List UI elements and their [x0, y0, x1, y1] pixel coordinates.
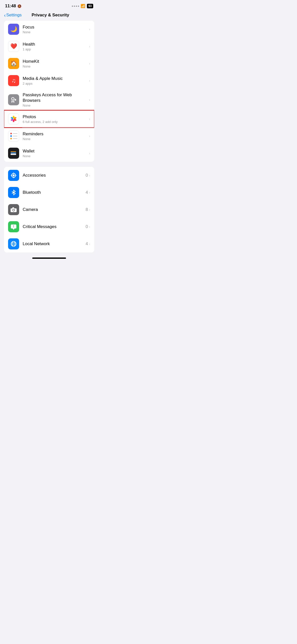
section-1: 🌙 Focus None › ❤️ Health 1 app › 🏠 HomeK…	[4, 21, 94, 162]
list-item-bluetooth[interactable]: Bluetooth 4 ›	[4, 184, 94, 201]
list-item-critical-messages[interactable]: ! Critical Messages 0 ›	[4, 218, 94, 235]
reminders-right: ›	[89, 134, 90, 138]
homekit-title: HomeKit	[23, 59, 89, 64]
list-item-accessories[interactable]: Accessories 0 ›	[4, 167, 94, 184]
focus-right: ›	[89, 27, 90, 31]
list-item-health[interactable]: ❤️ Health 1 app ›	[4, 38, 94, 55]
accessories-count: 0	[86, 173, 88, 178]
bluetooth-icon	[8, 187, 19, 198]
homekit-subtitle: None	[23, 65, 89, 68]
status-time: 11:48	[5, 4, 16, 9]
list-item-local-network[interactable]: Local Network 4 ›	[4, 235, 94, 252]
homekit-icon: 🏠	[8, 58, 19, 69]
svg-marker-19	[13, 229, 15, 230]
photos-icon	[8, 113, 19, 124]
silent-icon: 🔕	[17, 4, 21, 8]
camera-text: Camera	[23, 207, 86, 212]
photos-title: Photos	[23, 114, 89, 120]
wallet-text: Wallet None	[23, 148, 89, 158]
battery-indicator: 93	[87, 4, 93, 8]
status-icons: 📶 93	[72, 4, 93, 8]
photos-text: Photos 6 full access, 2 add only	[23, 114, 89, 124]
critical-messages-text: Critical Messages	[23, 224, 86, 230]
list-item-wallet[interactable]: Wallet None ›	[4, 145, 94, 162]
list-item-homekit[interactable]: 🏠 HomeKit None ›	[4, 55, 94, 72]
chevron-right-icon: ›	[89, 173, 90, 177]
media-right: ›	[89, 79, 90, 83]
wallet-icon	[8, 148, 19, 159]
svg-point-13	[13, 174, 15, 176]
chevron-right-icon: ›	[89, 44, 90, 48]
wallet-title: Wallet	[23, 148, 89, 154]
camera-right: 8 ›	[86, 207, 90, 212]
section-2: Accessories 0 › Bluetooth 4 ›	[4, 167, 94, 252]
reminders-icon	[8, 131, 19, 142]
photos-right: ›	[89, 117, 90, 121]
chevron-right-icon: ›	[89, 190, 90, 195]
health-title: Health	[23, 42, 89, 47]
list-item-passkeys[interactable]: Passkeys Access for Web Browsers None ›	[4, 89, 94, 110]
chevron-right-icon: ›	[89, 242, 90, 246]
critical-messages-count: 0	[86, 224, 88, 229]
bluetooth-text: Bluetooth	[23, 190, 86, 195]
reminders-subtitle: None	[23, 137, 89, 141]
signal-dots	[72, 6, 79, 7]
accessories-icon	[8, 170, 19, 181]
wallet-subtitle: None	[23, 154, 89, 158]
nav-bar: ‹ Settings Privacy & Security	[0, 11, 98, 21]
accessories-text: Accessories	[23, 173, 86, 178]
svg-rect-10	[11, 152, 16, 153]
local-network-icon	[8, 238, 19, 249]
list-item-camera[interactable]: Camera 8 ›	[4, 201, 94, 218]
bluetooth-title: Bluetooth	[23, 190, 86, 195]
svg-point-0	[12, 98, 14, 100]
back-label: Settings	[6, 13, 22, 18]
camera-icon	[8, 204, 19, 215]
passkeys-text: Passkeys Access for Web Browsers None	[23, 92, 89, 107]
reminders-title: Reminders	[23, 131, 89, 137]
chevron-right-icon: ›	[89, 117, 90, 121]
list-item-photos[interactable]: Photos 6 full access, 2 add only ›	[4, 110, 94, 127]
chevron-right-icon: ›	[89, 27, 90, 31]
local-network-count: 4	[86, 241, 88, 246]
critical-messages-icon: !	[8, 221, 19, 232]
critical-messages-title: Critical Messages	[23, 224, 86, 230]
passkeys-subtitle: None	[23, 104, 89, 107]
home-indicator	[32, 257, 66, 259]
chevron-right-icon: ›	[89, 225, 90, 229]
photos-subtitle: 6 full access, 2 add only	[23, 120, 89, 124]
chevron-right-icon: ›	[89, 61, 90, 66]
health-subtitle: 1 app	[23, 47, 89, 51]
wifi-icon: 📶	[81, 4, 85, 8]
passkeys-title: Passkeys Access for Web Browsers	[23, 92, 89, 103]
chevron-right-icon: ›	[89, 151, 90, 155]
local-network-title: Local Network	[23, 241, 86, 247]
svg-rect-11	[11, 153, 16, 155]
bluetooth-count: 4	[86, 190, 88, 195]
list-item-reminders[interactable]: Reminders None ›	[4, 127, 94, 145]
list-item-focus[interactable]: 🌙 Focus None ›	[4, 21, 94, 38]
reminders-text: Reminders None	[23, 131, 89, 141]
accessories-right: 0 ›	[86, 173, 90, 178]
svg-rect-9	[11, 151, 16, 152]
chevron-right-icon: ›	[89, 98, 90, 102]
media-icon: ♫	[8, 75, 19, 86]
passkeys-icon	[8, 94, 19, 105]
focus-subtitle: None	[23, 30, 89, 34]
camera-title: Camera	[23, 207, 86, 212]
homekit-text: HomeKit None	[23, 59, 89, 68]
homekit-right: ›	[89, 61, 90, 66]
chevron-right-icon: ›	[89, 79, 90, 83]
camera-count: 8	[86, 207, 88, 212]
media-title: Media & Apple Music	[23, 76, 89, 81]
media-text: Media & Apple Music 2 apps	[23, 76, 89, 85]
health-right: ›	[89, 44, 90, 48]
chevron-right-icon: ›	[89, 134, 90, 138]
chevron-right-icon: ›	[89, 208, 90, 212]
back-button[interactable]: ‹ Settings	[4, 13, 22, 18]
svg-text:!: !	[13, 224, 14, 228]
local-network-right: 4 ›	[86, 241, 90, 246]
media-subtitle: 2 apps	[23, 82, 89, 85]
list-item-media[interactable]: ♫ Media & Apple Music 2 apps ›	[4, 72, 94, 89]
status-bar: 11:48 🔕 📶 93	[0, 0, 98, 11]
